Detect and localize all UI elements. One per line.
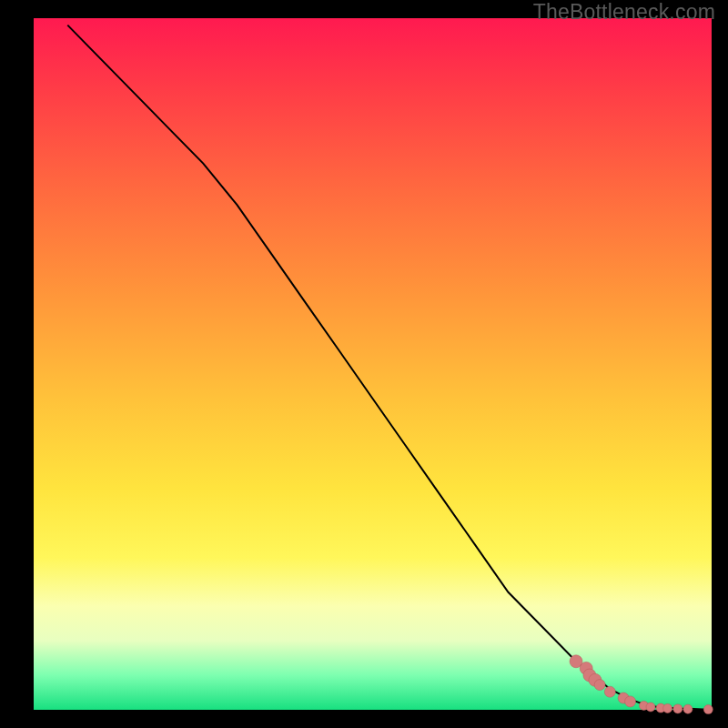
chart-marker [673, 704, 682, 713]
chart-marker [594, 680, 605, 691]
chart-marker [663, 704, 672, 713]
chart-frame: TheBottleneck.com [0, 0, 728, 728]
chart-marker [604, 686, 615, 697]
chart-marker [646, 703, 655, 712]
chart-marker [683, 704, 693, 713]
chart-marker [703, 705, 713, 714]
chart-svg-overlay [34, 18, 712, 710]
chart-marker [625, 696, 636, 707]
chart-markers [570, 655, 713, 714]
watermark-text: TheBottleneck.com [533, 0, 715, 25]
chart-curve [67, 25, 712, 710]
